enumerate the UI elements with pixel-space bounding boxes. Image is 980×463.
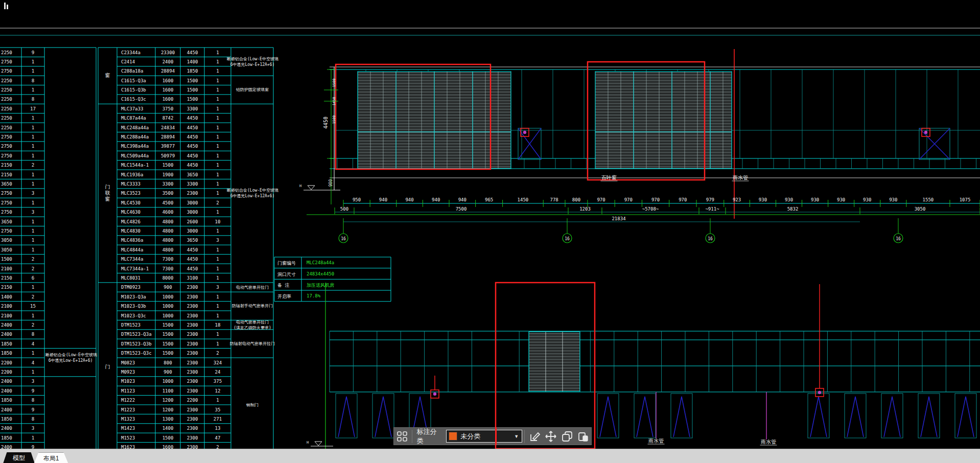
door-elevation [372, 393, 394, 438]
door-swing-line [884, 397, 892, 437]
classify-grid-icon[interactable] [395, 430, 408, 443]
dim-text: 923 [733, 197, 741, 202]
door-swing-line [855, 397, 864, 437]
dim-text: 979 [706, 197, 714, 202]
door-swing-line [819, 397, 827, 437]
door-swing-line [682, 397, 690, 437]
grid-bubble-label: 16 [341, 237, 346, 241]
door-elevation [597, 393, 619, 438]
level-mark-text: H [307, 441, 309, 445]
cad-viewport: H445015001450150090095094094094094096514… [0, 0, 980, 463]
dim-text: 930 [759, 197, 767, 202]
marker-dot [924, 131, 927, 134]
dim-text: 940 [379, 197, 387, 202]
level-mark-text: H [299, 184, 301, 188]
dim-text: 930 [811, 197, 819, 202]
tab-layout1[interactable]: 布局1 [34, 452, 68, 463]
level-symbol [308, 186, 315, 190]
dim-text: 940 [405, 197, 413, 202]
door-swing-line [810, 397, 819, 437]
dim-text: 5832 [787, 206, 799, 212]
door-elevation [845, 393, 866, 438]
door-swing-line [608, 397, 616, 437]
door-swing-line [645, 397, 653, 437]
door-swing-line [892, 397, 900, 437]
dim-text: 1450 [518, 197, 529, 202]
dim-text: 930 [863, 197, 871, 202]
dim-text: 970 [679, 197, 687, 202]
louver-panel [595, 72, 732, 169]
door-elevation [955, 393, 976, 438]
louver-panel [529, 332, 580, 391]
chevron-down-icon[interactable]: ▼ [513, 434, 520, 439]
toolbar-separator [412, 430, 412, 443]
door-swing-line [637, 397, 645, 437]
door-elevation [336, 393, 357, 438]
copy-icon[interactable] [561, 430, 573, 443]
tab-model[interactable]: 模型 [3, 452, 35, 463]
callout-label: 百叶窗 [601, 175, 617, 180]
dim-text: 940 [458, 197, 466, 202]
dim-text: 800 [572, 197, 580, 202]
door-swing-line [600, 397, 608, 437]
dim-text-vertical: 1500 [332, 115, 336, 124]
move-icon[interactable] [545, 430, 557, 443]
callout-label: 雨水管 [733, 175, 748, 180]
dim-text: 940 [432, 197, 440, 202]
door-swing-line [929, 397, 937, 437]
door-swing-line [847, 397, 855, 437]
category-color-swatch [449, 432, 457, 441]
category-dropdown[interactable]: 未分类 ▼ [446, 430, 522, 443]
door-swing-line [958, 397, 966, 437]
door-swing-line [383, 397, 391, 437]
level-symbol [315, 442, 322, 446]
door-swing-line [338, 397, 346, 437]
dim-text-vertical: 1500 [332, 79, 336, 87]
door-swing-line [921, 397, 929, 437]
classify-label: 标注分类 [416, 427, 442, 446]
door-elevation [881, 393, 903, 438]
dim-text: 21834 [612, 216, 625, 221]
dim-text: 930 [837, 197, 845, 202]
dim-text: 930 [785, 197, 793, 202]
door-elevation [808, 393, 829, 438]
dim-text-vertical: 4450 [323, 117, 329, 129]
revision-box-edge-overlay [495, 427, 497, 445]
grid-bubble-label: 16 [896, 237, 901, 241]
callout-label: 雨水管 [648, 438, 664, 444]
tab-layout1-label: 布局1 [43, 454, 59, 463]
door-swing-line [375, 397, 383, 437]
marker-dot [433, 392, 436, 396]
door-elevation [634, 393, 656, 438]
marker-dot [523, 131, 526, 134]
grid-bubble-label: 16 [565, 237, 570, 241]
dim-text: 1203 [579, 206, 591, 212]
dim-text: 965 [485, 197, 493, 202]
dim-text: 1075 [960, 197, 971, 202]
annotation-toolbar: 标注分类 未分类 ▼ [393, 427, 592, 445]
door-swing-line [346, 397, 355, 437]
dim-text: ~5708~ [642, 206, 659, 212]
dim-text-vertical: 900 [329, 179, 333, 187]
door-swing-line [966, 397, 974, 437]
dim-text: 930 [889, 197, 897, 202]
layout-tab-strip: 模型 布局1 [0, 449, 980, 463]
paste-icon[interactable] [577, 430, 590, 443]
grid-bubble-label: 16 [708, 237, 713, 241]
dim-text: 1550 [923, 197, 934, 202]
dim-text: 970 [597, 197, 605, 202]
door-elevation [918, 393, 940, 438]
dim-text: 500 [340, 206, 348, 212]
dim-text: ~911~ [705, 206, 719, 212]
tab-model-label: 模型 [13, 454, 25, 462]
category-dropdown-value: 未分类 [460, 432, 513, 441]
door-elevation [671, 393, 692, 438]
dim-text: 778 [550, 197, 558, 202]
toolbar-separator [524, 430, 525, 443]
dim-text: 950 [353, 197, 361, 202]
dim-text: 970 [624, 197, 633, 202]
door-swing-line [673, 397, 682, 437]
callout-label: 雨水管 [761, 439, 776, 445]
edit-annotation-icon[interactable] [528, 430, 541, 443]
dim-text: 3050 [915, 206, 926, 212]
